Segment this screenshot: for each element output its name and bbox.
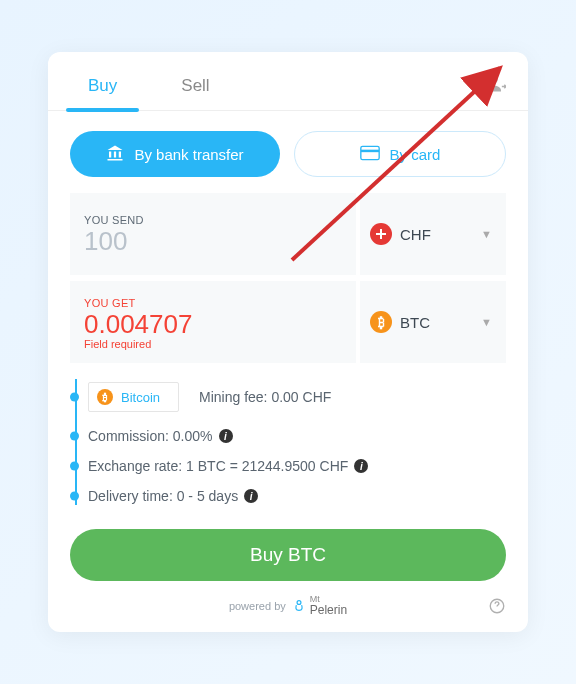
exchange-rate-text: Exchange rate: 1 BTC = 21244.9500 CHF xyxy=(88,458,348,474)
exchange-widget: Buy Sell By bank transfer By card xyxy=(48,52,528,632)
btc-small-icon: ₿ xyxy=(97,389,113,405)
help-icon[interactable] xyxy=(488,597,506,615)
method-bank-transfer[interactable]: By bank transfer xyxy=(70,131,280,177)
get-label: YOU GET xyxy=(84,297,342,309)
svg-point-0 xyxy=(491,76,498,83)
info-icon[interactable]: i xyxy=(219,429,233,443)
send-label: YOU SEND xyxy=(84,214,342,226)
network-selector[interactable]: ₿ Bitcoin xyxy=(88,382,179,412)
tab-buy[interactable]: Buy xyxy=(70,70,135,110)
get-error-message: Field required xyxy=(84,338,342,350)
chevron-down-icon: ▼ xyxy=(481,228,492,240)
footer: powered by Mt Pelerin xyxy=(70,595,506,616)
send-input[interactable] xyxy=(84,226,342,257)
login-icon[interactable] xyxy=(486,70,506,98)
method-card-label: By card xyxy=(390,146,441,163)
pelerin-logo: Mt Pelerin xyxy=(292,595,347,616)
method-card[interactable]: By card xyxy=(294,131,506,177)
send-currency-label: CHF xyxy=(400,226,431,243)
bank-icon xyxy=(106,144,124,165)
svg-rect-4 xyxy=(376,233,386,235)
chevron-down-icon: ▼ xyxy=(481,316,492,328)
card-icon xyxy=(360,145,380,164)
method-bank-label: By bank transfer xyxy=(134,146,243,163)
info-icon[interactable]: i xyxy=(354,459,368,473)
svg-rect-1 xyxy=(360,146,378,159)
chf-icon xyxy=(370,223,392,245)
btc-icon: ₿ xyxy=(370,311,392,333)
network-label: Bitcoin xyxy=(121,390,160,405)
get-currency-selector[interactable]: ₿ BTC ▼ xyxy=(356,281,506,363)
send-currency-selector[interactable]: CHF ▼ xyxy=(356,193,506,275)
mode-tabs: Buy Sell xyxy=(70,70,228,110)
details-section: ₿ Bitcoin Mining fee: 0.00 CHF Commissio… xyxy=(70,373,506,511)
svg-point-5 xyxy=(297,600,301,604)
send-field: YOU SEND CHF ▼ xyxy=(70,193,506,275)
info-icon[interactable]: i xyxy=(244,489,258,503)
mining-fee-text: Mining fee: 0.00 CHF xyxy=(199,389,331,405)
powered-by-text: powered by xyxy=(229,600,286,612)
commission-text: Commission: 0.00% xyxy=(88,428,213,444)
get-currency-label: BTC xyxy=(400,314,430,331)
svg-rect-2 xyxy=(360,149,378,152)
tab-sell[interactable]: Sell xyxy=(163,70,227,110)
delivery-time-text: Delivery time: 0 - 5 days xyxy=(88,488,238,504)
get-input[interactable] xyxy=(84,309,342,340)
buy-button[interactable]: Buy BTC xyxy=(70,529,506,581)
get-field: YOU GET Field required ₿ BTC ▼ xyxy=(70,281,506,363)
